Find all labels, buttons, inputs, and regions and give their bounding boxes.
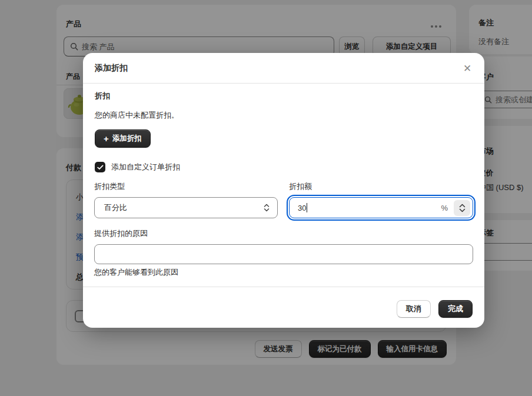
- discount-type-select[interactable]: 百分比: [94, 197, 278, 218]
- check-icon: [97, 165, 104, 170]
- add-discount-button[interactable]: + 添加折扣: [95, 129, 151, 148]
- modal-footer: 取消 完成: [397, 300, 473, 318]
- number-stepper[interactable]: [454, 200, 470, 216]
- custom-discount-checkbox-label: 添加自定义订单折扣: [111, 162, 180, 172]
- reason-label: 提供折扣的原因: [94, 228, 148, 239]
- chevron-down-icon: [459, 208, 466, 212]
- reason-help-text: 您的客户能够看到此原因: [94, 267, 178, 278]
- reason-input[interactable]: [94, 244, 473, 264]
- add-discount-button-label: 添加折扣: [112, 134, 142, 144]
- discount-section-heading: 折扣: [95, 91, 110, 101]
- chevron-up-icon: [459, 204, 466, 208]
- checked-checkbox[interactable]: [95, 162, 105, 172]
- discount-amount-field[interactable]: 30 %: [289, 197, 473, 218]
- modal-header: 添加折扣 ✕: [83, 53, 484, 84]
- cancel-button[interactable]: 取消: [397, 300, 431, 318]
- custom-discount-checkbox-row[interactable]: 添加自定义订单折扣: [95, 162, 180, 172]
- add-discount-modal: 添加折扣 ✕ 折扣 您的商店中未配置折扣。 + 添加折扣 添加自定义订单折扣 折…: [83, 53, 484, 328]
- discount-type-label: 折扣类型: [94, 181, 125, 192]
- done-button[interactable]: 完成: [438, 300, 473, 318]
- percent-suffix: %: [441, 204, 448, 212]
- discount-amount-value: 30: [298, 204, 306, 212]
- discount-type-value: 百分比: [104, 202, 263, 213]
- modal-title: 添加折扣: [95, 63, 128, 74]
- divider: [83, 287, 484, 287]
- close-icon[interactable]: ✕: [458, 59, 476, 77]
- discount-empty-text: 您的商店中未配置折扣。: [95, 110, 179, 121]
- discount-amount-label: 折扣额: [289, 181, 312, 192]
- text-caret: [307, 203, 307, 212]
- select-updown-icon: [263, 203, 270, 212]
- plus-icon: +: [104, 134, 109, 143]
